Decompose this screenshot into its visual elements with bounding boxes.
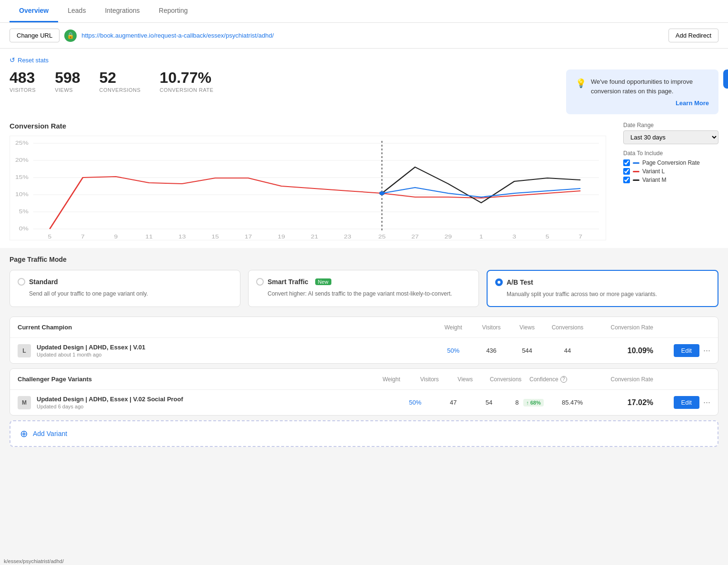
tab-reporting[interactable]: Reporting: [150, 0, 198, 22]
svg-text:9: 9: [114, 234, 118, 240]
challenger-edit-button[interactable]: Edit: [674, 396, 699, 409]
stat-views: 598 VIEWS: [55, 69, 80, 93]
challenger-col-cr: Conversion Rate: [591, 376, 653, 383]
champion-views: 544: [510, 347, 544, 354]
add-redirect-button[interactable]: Add Redirect: [668, 29, 718, 42]
champion-conversions: 44: [544, 347, 591, 354]
challenger-col-weight: Weight: [372, 376, 410, 383]
confidence-header: Confidence ?: [529, 376, 591, 383]
challenger-table: Challenger Page Variants Weight Visitors…: [10, 368, 718, 416]
top-navigation: Overview Leads Integrations Reporting: [0, 0, 728, 23]
legend-variant-l-checkbox[interactable]: [623, 168, 630, 175]
svg-text:3: 3: [512, 234, 516, 240]
svg-text:5: 5: [546, 234, 549, 240]
legend-variant-m-checkbox[interactable]: [623, 177, 630, 183]
challenger-weight[interactable]: 50%: [396, 399, 434, 406]
smart-name: Smart Traffic: [268, 278, 309, 286]
tab-overview[interactable]: Overview: [10, 0, 58, 22]
challenger-more-button[interactable]: ···: [703, 397, 710, 407]
add-variant-icon: ⊕: [20, 428, 28, 439]
chart-options: Date Range Last 30 days Data To Include …: [623, 122, 718, 240]
col-header-conversions: Conversions: [544, 324, 591, 331]
change-url-button[interactable]: Change URL: [10, 29, 60, 42]
ai-button[interactable]: ✦: [723, 69, 728, 89]
current-champion-header: Current Champion Weight Visitors Views C…: [10, 317, 718, 338]
conversions-value: 52: [100, 69, 141, 86]
challenger-col-conversions: Conversions: [482, 376, 529, 383]
abtest-name: A/B Test: [507, 278, 533, 286]
table-column-headers: Weight Visitors Views Conversions Conver…: [434, 324, 710, 331]
svg-text:11: 11: [145, 234, 153, 240]
opportunity-card: 💡 We've found opportunities to improve c…: [566, 69, 718, 114]
svg-text:21: 21: [311, 234, 319, 240]
date-range-label: Date Range: [623, 122, 718, 129]
traffic-option-standard[interactable]: Standard Send all of your traffic to one…: [10, 270, 240, 307]
champion-edit-button[interactable]: Edit: [674, 344, 699, 357]
challenger-actions: Edit ···: [653, 396, 710, 409]
standard-name: Standard: [29, 278, 58, 286]
traffic-option-smart-header: Smart Traffic New: [256, 278, 471, 286]
tab-leads[interactable]: Leads: [58, 0, 95, 22]
smart-desc: Convert higher: AI sends traffic to the …: [268, 289, 471, 298]
legend-variant-l: Variant L: [623, 168, 718, 175]
challenger-icon: M: [18, 396, 31, 409]
svg-text:0%: 0%: [19, 226, 29, 232]
legend-variant-m-color: [633, 179, 639, 181]
new-badge: New: [315, 278, 331, 285]
stat-visitors: 483 VISITORS: [10, 69, 36, 93]
challenger-col-conv-rate: Confidence ?: [529, 376, 591, 383]
traffic-options: Standard Send all of your traffic to one…: [10, 270, 718, 307]
standard-radio[interactable]: [18, 278, 25, 286]
legend-variant-l-label: Variant L: [642, 168, 665, 175]
challenger-conversions: 8 ↑ 68%: [506, 399, 553, 406]
lock-icon: 🔒: [64, 30, 77, 42]
add-variant-label: Add Variant: [33, 430, 67, 437]
challenger-conv-rate: 17.02%: [591, 398, 653, 407]
chart-main: Conversion Rate 25% 20% 15% 10% 5% 0%: [10, 122, 606, 240]
champion-icon: L: [18, 344, 31, 357]
champion-conv-rate: 10.09%: [591, 347, 653, 355]
col-header-views: Views: [510, 324, 544, 331]
svg-text:5: 5: [48, 234, 52, 240]
svg-text:25%: 25%: [15, 140, 29, 146]
conversion-rate-label: CONVERSION RATE: [160, 87, 213, 93]
views-value: 598: [55, 69, 80, 86]
legend-variant-m-label: Variant M: [642, 177, 666, 183]
conversion-rate-value: 10.77%: [160, 69, 213, 86]
legend-page-conv-rate: Page Conversion Rate: [623, 159, 718, 166]
current-url: https://book.augmentive.io/request-a-cal…: [81, 32, 664, 39]
reset-icon: ↺: [10, 56, 15, 64]
traffic-mode-title: Page Traffic Mode: [10, 256, 718, 263]
learn-more-link[interactable]: Learn More: [576, 99, 709, 107]
legend-variant-m: Variant M: [623, 177, 718, 183]
challenger-name: Updated Design | ADHD, Essex | V.02 Soci…: [37, 396, 396, 403]
challenger-confidence: 85.47%: [553, 399, 591, 406]
legend-page-conv-rate-checkbox[interactable]: [623, 159, 630, 166]
col-header-visitors: Visitors: [472, 324, 510, 331]
svg-point-33: [379, 191, 385, 195]
svg-text:15%: 15%: [15, 175, 29, 180]
date-range-select[interactable]: Last 30 days: [623, 130, 718, 144]
confidence-info-icon[interactable]: ?: [560, 376, 567, 383]
champion-updated: Updated about 1 month ago: [37, 352, 434, 357]
legend-page-conv-rate-color: [633, 162, 639, 164]
traffic-option-smart[interactable]: Smart Traffic New Convert higher: AI sen…: [248, 270, 479, 307]
conversions-label: CONVERSIONS: [100, 87, 141, 93]
traffic-option-standard-header: Standard: [18, 278, 232, 286]
tab-integrations[interactable]: Integrations: [95, 0, 149, 22]
champion-weight[interactable]: 50%: [434, 347, 472, 354]
traffic-option-abtest[interactable]: A/B Test Manually split your traffic acr…: [487, 270, 718, 307]
stats-area: 483 VISITORS 598 VIEWS 52 CONVERSIONS 10…: [10, 69, 718, 114]
reset-stats-button[interactable]: ↺ Reset stats: [10, 56, 718, 64]
challenger-updated: Updated 6 days ago: [37, 404, 396, 409]
smart-radio[interactable]: [256, 278, 264, 286]
svg-text:27: 27: [411, 234, 419, 240]
challenger-views: 54: [472, 399, 506, 406]
abtest-radio[interactable]: [495, 278, 503, 286]
main-content: ↺ Reset stats 483 VISITORS 598 VIEWS 52 …: [0, 49, 728, 248]
add-variant-row[interactable]: ⊕ Add Variant: [10, 420, 718, 447]
champion-more-button[interactable]: ···: [703, 346, 710, 356]
challenger-conv-value: 8: [515, 399, 519, 406]
challenger-col-visitors: Visitors: [410, 376, 449, 383]
reset-stats-label: Reset stats: [18, 57, 49, 64]
